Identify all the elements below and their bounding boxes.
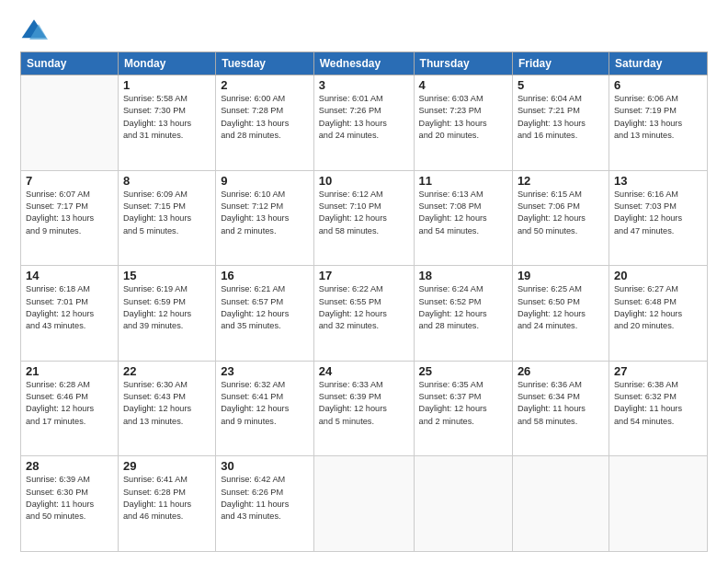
day-info: Sunrise: 6:33 AM Sunset: 6:39 PM Dayligh… [319,379,409,428]
logo-icon [20,17,48,44]
day-cell-13: 13Sunrise: 6:16 AM Sunset: 7:03 PM Dayli… [609,170,707,266]
day-number: 8 [123,174,210,188]
day-info: Sunrise: 6:12 AM Sunset: 7:10 PM Dayligh… [319,189,409,237]
day-number: 14 [26,269,113,282]
day-info: Sunrise: 6:38 AM Sunset: 6:32 PM Dayligh… [614,379,702,428]
day-number: 12 [518,174,604,188]
day-number: 11 [419,174,507,188]
day-cell-6: 6Sunrise: 6:06 AM Sunset: 7:19 PM Daylig… [609,75,707,171]
day-info: Sunrise: 6:16 AM Sunset: 7:03 PM Dayligh… [614,189,702,237]
week-row-2: 7Sunrise: 6:07 AM Sunset: 7:17 PM Daylig… [21,170,708,266]
day-info: Sunrise: 6:03 AM Sunset: 7:23 PM Dayligh… [419,93,507,142]
day-info: Sunrise: 6:07 AM Sunset: 7:17 PM Dayligh… [26,189,113,237]
page: SundayMondayTuesdayWednesdayThursdayFrid… [0,0,728,563]
day-cell-1: 1Sunrise: 5:58 AM Sunset: 7:30 PM Daylig… [118,75,215,171]
empty-cell [21,75,119,171]
day-number: 22 [123,364,210,378]
weekday-header-friday: Friday [512,52,609,75]
day-number: 16 [221,269,309,282]
day-cell-25: 25Sunrise: 6:35 AM Sunset: 6:37 PM Dayli… [414,361,512,456]
weekday-header-sunday: Sunday [21,52,119,75]
day-cell-22: 22Sunrise: 6:30 AM Sunset: 6:43 PM Dayli… [118,361,215,456]
day-cell-28: 28Sunrise: 6:39 AM Sunset: 6:30 PM Dayli… [21,456,119,552]
day-cell-14: 14Sunrise: 6:18 AM Sunset: 7:01 PM Dayli… [21,266,119,362]
day-info: Sunrise: 6:36 AM Sunset: 6:34 PM Dayligh… [518,379,604,428]
day-cell-18: 18Sunrise: 6:24 AM Sunset: 6:52 PM Dayli… [414,266,512,362]
day-info: Sunrise: 6:24 AM Sunset: 6:52 PM Dayligh… [419,283,507,332]
week-row-4: 21Sunrise: 6:28 AM Sunset: 6:46 PM Dayli… [21,361,708,456]
empty-cell [313,456,414,552]
day-cell-3: 3Sunrise: 6:01 AM Sunset: 7:26 PM Daylig… [313,75,414,171]
weekday-header-monday: Monday [118,52,215,75]
day-number: 4 [419,78,507,92]
day-number: 20 [614,269,702,282]
day-number: 19 [518,269,604,282]
empty-cell [512,456,609,552]
day-number: 25 [419,364,507,378]
day-info: Sunrise: 6:30 AM Sunset: 6:43 PM Dayligh… [123,379,210,428]
calendar-table: SundayMondayTuesdayWednesdayThursdayFrid… [20,52,708,552]
day-number: 9 [221,174,309,188]
weekday-header-row: SundayMondayTuesdayWednesdayThursdayFrid… [21,52,708,75]
day-cell-7: 7Sunrise: 6:07 AM Sunset: 7:17 PM Daylig… [21,170,119,266]
day-number: 21 [26,364,113,378]
day-number: 13 [614,174,702,188]
day-info: Sunrise: 6:19 AM Sunset: 6:59 PM Dayligh… [123,283,210,332]
day-info: Sunrise: 6:00 AM Sunset: 7:28 PM Dayligh… [221,93,309,142]
header [20,17,708,44]
day-number: 18 [419,269,507,282]
day-number: 1 [123,78,210,92]
day-cell-29: 29Sunrise: 6:41 AM Sunset: 6:28 PM Dayli… [118,456,215,552]
day-info: Sunrise: 6:39 AM Sunset: 6:30 PM Dayligh… [26,474,113,523]
logo [20,17,51,44]
day-number: 15 [123,269,210,282]
day-cell-11: 11Sunrise: 6:13 AM Sunset: 7:08 PM Dayli… [414,170,512,266]
weekday-header-saturday: Saturday [609,52,707,75]
day-info: Sunrise: 6:09 AM Sunset: 7:15 PM Dayligh… [123,189,210,237]
day-cell-21: 21Sunrise: 6:28 AM Sunset: 6:46 PM Dayli… [21,361,119,456]
day-number: 5 [518,78,604,92]
day-cell-5: 5Sunrise: 6:04 AM Sunset: 7:21 PM Daylig… [512,75,609,171]
day-cell-19: 19Sunrise: 6:25 AM Sunset: 6:50 PM Dayli… [512,266,609,362]
day-number: 6 [614,78,702,92]
day-cell-10: 10Sunrise: 6:12 AM Sunset: 7:10 PM Dayli… [313,170,414,266]
day-cell-16: 16Sunrise: 6:21 AM Sunset: 6:57 PM Dayli… [216,266,314,362]
day-number: 23 [221,364,309,378]
weekday-header-tuesday: Tuesday [216,52,314,75]
empty-cell [414,456,512,552]
day-number: 10 [319,174,409,188]
day-cell-24: 24Sunrise: 6:33 AM Sunset: 6:39 PM Dayli… [313,361,414,456]
day-info: Sunrise: 6:25 AM Sunset: 6:50 PM Dayligh… [518,283,604,332]
weekday-header-thursday: Thursday [414,52,512,75]
day-info: Sunrise: 6:42 AM Sunset: 6:26 PM Dayligh… [221,474,309,523]
weekday-header-wednesday: Wednesday [313,52,414,75]
day-number: 29 [123,459,210,473]
day-info: Sunrise: 6:35 AM Sunset: 6:37 PM Dayligh… [419,379,507,428]
week-row-1: 1Sunrise: 5:58 AM Sunset: 7:30 PM Daylig… [21,75,708,171]
day-cell-12: 12Sunrise: 6:15 AM Sunset: 7:06 PM Dayli… [512,170,609,266]
day-cell-26: 26Sunrise: 6:36 AM Sunset: 6:34 PM Dayli… [512,361,609,456]
day-number: 2 [221,78,309,92]
day-info: Sunrise: 6:22 AM Sunset: 6:55 PM Dayligh… [319,283,409,332]
day-info: Sunrise: 6:41 AM Sunset: 6:28 PM Dayligh… [123,474,210,523]
day-info: Sunrise: 6:06 AM Sunset: 7:19 PM Dayligh… [614,93,702,142]
day-info: Sunrise: 6:01 AM Sunset: 7:26 PM Dayligh… [319,93,409,142]
day-cell-20: 20Sunrise: 6:27 AM Sunset: 6:48 PM Dayli… [609,266,707,362]
week-row-3: 14Sunrise: 6:18 AM Sunset: 7:01 PM Dayli… [21,266,708,362]
day-info: Sunrise: 6:32 AM Sunset: 6:41 PM Dayligh… [221,379,309,428]
day-cell-4: 4Sunrise: 6:03 AM Sunset: 7:23 PM Daylig… [414,75,512,171]
day-cell-2: 2Sunrise: 6:00 AM Sunset: 7:28 PM Daylig… [216,75,314,171]
day-number: 7 [26,174,113,188]
day-cell-23: 23Sunrise: 6:32 AM Sunset: 6:41 PM Dayli… [216,361,314,456]
day-info: Sunrise: 6:13 AM Sunset: 7:08 PM Dayligh… [419,189,507,237]
day-info: Sunrise: 6:04 AM Sunset: 7:21 PM Dayligh… [518,93,604,142]
day-cell-30: 30Sunrise: 6:42 AM Sunset: 6:26 PM Dayli… [216,456,314,552]
day-info: Sunrise: 6:15 AM Sunset: 7:06 PM Dayligh… [518,189,604,237]
day-info: Sunrise: 6:27 AM Sunset: 6:48 PM Dayligh… [614,283,702,332]
empty-cell [609,456,707,552]
day-cell-8: 8Sunrise: 6:09 AM Sunset: 7:15 PM Daylig… [118,170,215,266]
day-cell-17: 17Sunrise: 6:22 AM Sunset: 6:55 PM Dayli… [313,266,414,362]
day-number: 3 [319,78,409,92]
day-info: Sunrise: 5:58 AM Sunset: 7:30 PM Dayligh… [123,93,210,142]
day-number: 28 [26,459,113,473]
